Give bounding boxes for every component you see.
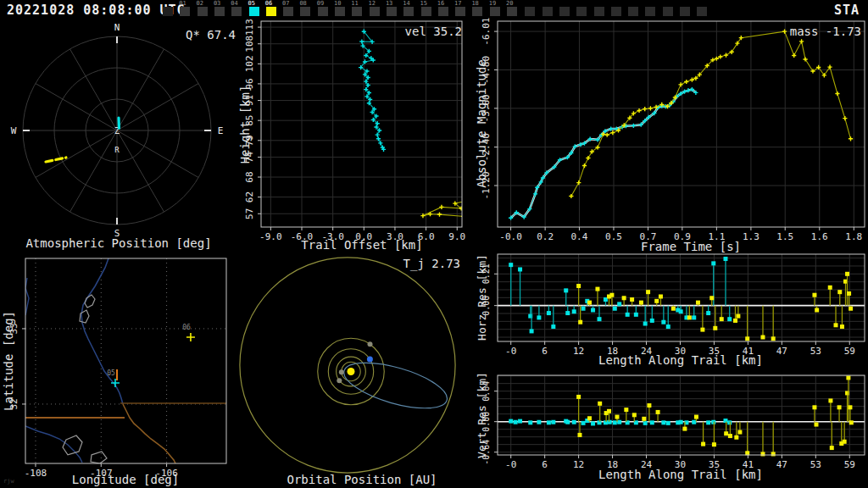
camera-box-12[interactable] bbox=[370, 7, 380, 16]
residual-point bbox=[576, 395, 581, 399]
residual-point bbox=[671, 307, 676, 311]
residual-point bbox=[828, 398, 832, 402]
tick-label: 47 bbox=[776, 459, 787, 470]
camera-box-07[interactable] bbox=[283, 7, 293, 16]
camera-06-markers bbox=[569, 30, 853, 199]
camera-box-05[interactable] bbox=[249, 7, 259, 16]
camera-box-blank[interactable] bbox=[680, 7, 690, 16]
camera-box-06[interactable] bbox=[266, 7, 276, 16]
residual-point bbox=[837, 290, 842, 294]
residual-point bbox=[812, 293, 816, 297]
tick-label: 0.2 bbox=[537, 231, 554, 242]
station-marker-05 bbox=[111, 379, 120, 387]
camera-box-blank[interactable] bbox=[576, 7, 587, 16]
camera-box-16[interactable] bbox=[438, 7, 448, 16]
camera-box-11[interactable] bbox=[352, 7, 362, 16]
residual-point bbox=[598, 402, 602, 406]
camera-box-label: 11 bbox=[351, 0, 358, 7]
camera-box-08[interactable] bbox=[300, 7, 310, 16]
camera-box-13[interactable] bbox=[387, 7, 397, 16]
tick-label: 68 bbox=[244, 171, 255, 182]
data-point bbox=[428, 212, 432, 216]
residual-point bbox=[847, 291, 851, 296]
tick-label: 53 bbox=[810, 459, 821, 470]
residual-point bbox=[837, 405, 842, 409]
camera-box-01[interactable] bbox=[180, 7, 190, 16]
data-point bbox=[470, 202, 474, 207]
residual-point bbox=[622, 296, 626, 300]
residual-point bbox=[591, 308, 595, 312]
camera-box-10[interactable] bbox=[335, 7, 345, 16]
tick-label: 59 bbox=[844, 459, 855, 470]
residual-point bbox=[551, 420, 555, 424]
camera-box-label: 13 bbox=[386, 0, 392, 7]
residual-point bbox=[587, 416, 592, 420]
residual-point bbox=[607, 409, 611, 413]
camera-box-blank[interactable] bbox=[525, 7, 535, 16]
data-point bbox=[582, 164, 587, 168]
camera-box-15[interactable] bbox=[421, 7, 431, 16]
data-point bbox=[792, 53, 796, 58]
camera-box-blank[interactable] bbox=[697, 7, 707, 16]
residual-point bbox=[613, 420, 617, 424]
residual-point bbox=[830, 446, 834, 450]
camera-box-blank[interactable] bbox=[663, 7, 673, 16]
tick-label: -6.01 bbox=[481, 18, 492, 46]
tick-label: 12 bbox=[573, 459, 584, 470]
data-point bbox=[849, 136, 853, 141]
camera-box-19[interactable] bbox=[490, 7, 500, 16]
camera-box-blank[interactable] bbox=[559, 7, 570, 16]
residual-point bbox=[537, 420, 541, 424]
residual-point bbox=[666, 324, 670, 329]
city-outline bbox=[63, 435, 82, 455]
camera-box-03[interactable] bbox=[214, 7, 225, 16]
app-window: NESWZR-9.0-6.0-3.00.03.06.09.05762687479… bbox=[0, 0, 868, 488]
camera-box-label: 17 bbox=[454, 0, 461, 7]
data-point bbox=[718, 54, 722, 58]
polar-xlabel: Atmospheric Position [deg] bbox=[25, 236, 211, 250]
magnitude-ylabel: Absolute Magnitude bbox=[475, 59, 488, 188]
camera-box-09[interactable] bbox=[318, 7, 328, 16]
residual-point bbox=[771, 336, 776, 341]
station-label-05: 05 bbox=[107, 369, 115, 377]
residual-point bbox=[692, 315, 696, 319]
camera-box-label: 20 bbox=[506, 0, 513, 7]
camera-05-markers bbox=[359, 30, 386, 152]
residual-point bbox=[528, 420, 532, 424]
camera-box-blank[interactable] bbox=[542, 7, 553, 16]
city-outline bbox=[85, 295, 95, 308]
camera-box-02[interactable] bbox=[198, 7, 208, 16]
data-point bbox=[437, 212, 442, 216]
residual-point bbox=[578, 320, 582, 324]
tick-label: 9.0 bbox=[448, 231, 465, 242]
camera-06-line bbox=[571, 31, 851, 196]
camera-box-blank[interactable] bbox=[628, 7, 638, 16]
camera-box-04[interactable] bbox=[231, 7, 242, 16]
residual-point bbox=[734, 435, 738, 440]
residual-point bbox=[706, 420, 710, 424]
camera-box-blank[interactable] bbox=[611, 7, 621, 16]
camera-box-label: 10 bbox=[334, 0, 341, 7]
camera-box-14[interactable] bbox=[403, 7, 414, 16]
camera-box-blank[interactable] bbox=[645, 7, 655, 16]
residual-point bbox=[587, 301, 592, 305]
tick-label: 53 bbox=[810, 346, 821, 357]
tick-label: 0.4 bbox=[571, 231, 588, 242]
residual-point bbox=[617, 302, 621, 306]
camera-box-label: 04 bbox=[231, 0, 237, 7]
residual-point bbox=[745, 336, 749, 341]
residual-point bbox=[666, 421, 670, 425]
residual-point bbox=[761, 452, 765, 456]
camera-box-20[interactable] bbox=[507, 7, 517, 16]
residual-point bbox=[650, 319, 654, 323]
polar-title: Q* 67.4 bbox=[186, 28, 236, 42]
camera-box-blank[interactable] bbox=[163, 7, 173, 16]
camera-box-label: 01 bbox=[179, 0, 186, 7]
residual-point bbox=[845, 272, 849, 276]
tick-label: -0 bbox=[505, 459, 516, 470]
camera-box-18[interactable] bbox=[472, 7, 482, 16]
camera-box-blank[interactable] bbox=[594, 7, 604, 16]
plot-frame bbox=[261, 21, 462, 227]
tick-label: 6 bbox=[542, 346, 548, 357]
camera-box-17[interactable] bbox=[455, 7, 465, 16]
